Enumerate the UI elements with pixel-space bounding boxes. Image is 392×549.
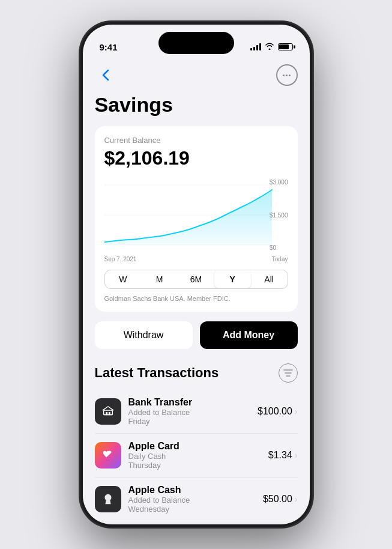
transaction-info-applecard: Apple Card Daily Cash Thursday [128,441,261,470]
filter-all[interactable]: All [251,270,288,288]
chart-x-label-end: Today [272,256,288,262]
transactions-title: Latest Transactions [95,365,219,381]
balance-amount: $2,106.19 [104,147,288,169]
filter-m[interactable]: M [141,270,178,288]
transactions-filter-button[interactable] [279,363,298,383]
transaction-date: Thursday [128,461,261,470]
transaction-amount: $1.34 [268,450,292,461]
transaction-sub: Daily Cash [128,452,261,461]
transaction-sub: Added to Balance [128,408,250,417]
time-filter: W M 6M Y All [104,270,288,289]
transaction-right: $50.00 › [263,494,298,505]
nav-bar [95,59,298,93]
svg-rect-6 [103,410,112,414]
balance-label: Current Balance [104,136,288,145]
more-dots-icon [283,74,291,76]
filter-6m[interactable]: 6M [178,270,214,288]
status-icons [250,43,293,52]
withdraw-button[interactable]: Withdraw [95,321,193,349]
apple-cash-icon [95,486,121,512]
transaction-info-applecash: Apple Cash Added to Balance Wednesday [128,485,256,514]
filter-w[interactable]: W [105,270,142,288]
transaction-info-bank: Bank Transfer Added to Balance Friday [128,397,250,426]
transaction-amount: $50.00 [263,494,292,505]
apple-card-icon [95,442,121,469]
savings-chart: $3,000 $1,500 $0 [104,179,288,251]
bank-transfer-icon [95,398,121,425]
transaction-list: Bank Transfer Added to Balance Friday $1… [95,390,298,524]
transaction-amount: $100.00 [258,406,292,417]
transaction-name: Bank Transfer [128,397,250,408]
back-button[interactable] [95,64,116,86]
chevron-icon: › [295,407,298,416]
transaction-item[interactable]: Apple Card Daily Cash Thursday $1.34 › [95,434,298,478]
transaction-right: $1.34 › [268,450,298,461]
chart-y-label-bot: $0 [270,244,288,251]
filter-y[interactable]: Y [214,270,251,288]
transaction-item[interactable]: Apple Cash Added to Balance Wednesday $5… [95,478,298,521]
more-button[interactable] [276,64,298,86]
transaction-right: $100.00 › [258,406,298,417]
action-buttons: Withdraw Add Money [95,321,298,349]
add-money-button[interactable]: Add Money [200,321,298,349]
wifi-icon [265,43,274,52]
chart-x-label-start: Sep 7, 2021 [104,256,137,262]
transaction-item[interactable]: Bank Transfer Added to Balance Friday $1… [95,390,298,434]
chart-y-label-top: $3,000 [270,179,288,186]
phone-frame: 9:41 [79,21,313,528]
fdic-text: Goldman Sachs Bank USA. Member FDIC. [104,295,288,302]
balance-card: Current Balance $2,106.19 [95,126,298,312]
chart-y-label-mid: $1,500 [270,212,288,219]
transaction-name: Apple Card [128,441,261,452]
chevron-icon: › [295,450,298,460]
page-title: Savings [95,93,298,117]
main-content: Savings Current Balance $2,106.19 [83,59,310,524]
transaction-item[interactable]: Apple Card $6.27 › [95,521,298,524]
transaction-sub: Added to Balance [128,496,256,505]
transaction-date: Friday [128,417,250,426]
phone-screen: 9:41 [83,25,310,524]
signal-icon [250,43,261,50]
transactions-header: Latest Transactions [95,363,298,383]
chevron-icon: › [295,494,298,504]
status-time: 9:41 [100,42,118,52]
chart-y-labels: $3,000 $1,500 $0 [270,179,288,251]
battery-icon [278,43,293,50]
chart-x-labels: Sep 7, 2021 Today [104,256,288,262]
dynamic-island [158,32,234,54]
transaction-date: Wednesday [128,505,256,514]
transaction-name: Apple Cash [128,485,256,496]
